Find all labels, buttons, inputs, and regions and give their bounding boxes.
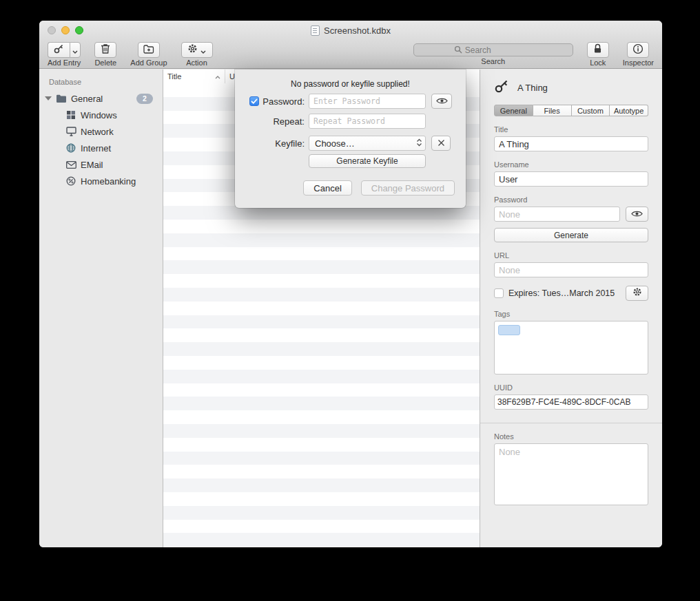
tab-autotype[interactable]: Autotype bbox=[610, 105, 648, 116]
lock-item: Lock bbox=[587, 42, 609, 67]
inspector-label: Inspector bbox=[623, 59, 654, 67]
title-field-label: Title bbox=[494, 125, 648, 134]
monitor-icon bbox=[65, 127, 76, 136]
eye-icon bbox=[631, 208, 643, 220]
tag-chip[interactable] bbox=[498, 325, 520, 335]
sidebar-item-internet[interactable]: Internet bbox=[39, 140, 163, 156]
action-label: Action bbox=[186, 59, 207, 67]
sidebar-item-email[interactable]: EMail bbox=[39, 156, 163, 173]
minimize-button[interactable] bbox=[61, 26, 70, 34]
entry-count-badge: 2 bbox=[136, 94, 153, 104]
add-entry-button[interactable] bbox=[48, 42, 70, 58]
tab-custom[interactable]: Custom bbox=[572, 105, 610, 116]
delete-item: Delete bbox=[94, 42, 116, 67]
tab-files[interactable]: Files bbox=[533, 105, 572, 116]
reveal-password-button[interactable] bbox=[626, 207, 648, 222]
sidebar-item-label: Windows bbox=[81, 110, 117, 120]
chevron-down-icon bbox=[72, 44, 78, 56]
search-item: Search bbox=[413, 42, 573, 65]
sidebar-item-network[interactable]: Network bbox=[39, 123, 163, 140]
action-button[interactable] bbox=[181, 42, 213, 58]
add-group-button[interactable] bbox=[138, 42, 160, 58]
window-grid-icon bbox=[65, 110, 76, 120]
expires-checkbox[interactable] bbox=[494, 288, 504, 298]
keyfile-popup[interactable]: Choose… bbox=[309, 136, 426, 151]
folder-icon bbox=[56, 94, 67, 103]
column-label: Title bbox=[167, 72, 181, 81]
gear-icon bbox=[632, 287, 642, 299]
expires-row: Expires: Tues…March 2015 bbox=[494, 286, 648, 301]
cancel-button[interactable]: Cancel bbox=[303, 180, 351, 196]
desktop: Screenshot.kdbx Ad bbox=[0, 0, 700, 601]
close-button[interactable] bbox=[48, 26, 56, 34]
sidebar-item-label: General bbox=[71, 94, 103, 104]
key-icon bbox=[494, 78, 509, 96]
sidebar-item-label: EMail bbox=[81, 160, 103, 170]
up-down-chevrons-icon bbox=[416, 138, 422, 149]
sidebar: Database General 2 Windows bbox=[39, 70, 163, 547]
change-password-button[interactable]: Change Password bbox=[361, 180, 455, 196]
sidebar-section-header: Database bbox=[39, 76, 163, 90]
notes-field[interactable] bbox=[494, 443, 648, 505]
uuid-field[interactable] bbox=[494, 394, 648, 410]
eye-icon bbox=[436, 95, 448, 107]
sidebar-item-label: Homebanking bbox=[81, 176, 136, 187]
generate-keyfile-button[interactable]: Generate Keyfile bbox=[309, 154, 426, 168]
keyfile-row: Keyfile: Choose… bbox=[246, 136, 455, 151]
keyfile-popup-value: Choose… bbox=[315, 138, 416, 149]
delete-label: Delete bbox=[94, 59, 116, 67]
tags-field[interactable] bbox=[494, 321, 648, 375]
entry-title: A Thing bbox=[517, 83, 548, 93]
generate-password-button[interactable]: Generate bbox=[494, 228, 648, 242]
lock-icon bbox=[593, 43, 602, 56]
username-field[interactable] bbox=[494, 171, 648, 187]
add-group-item: Add Group bbox=[130, 42, 167, 67]
url-field-label: URL bbox=[494, 251, 648, 260]
reveal-password-button[interactable] bbox=[431, 94, 452, 109]
inspector-divider bbox=[480, 423, 662, 423]
username-field-label: Username bbox=[494, 160, 648, 169]
chevron-down-icon bbox=[200, 44, 206, 56]
inspector-tabs: General Files Custom Autotype bbox=[494, 105, 648, 116]
keyfile-label: Keyfile: bbox=[275, 138, 305, 149]
delete-button[interactable] bbox=[94, 42, 116, 58]
folder-plus-icon bbox=[143, 44, 154, 56]
lock-button[interactable] bbox=[587, 42, 609, 58]
window-title-group: Screenshot.kdbx bbox=[311, 25, 391, 36]
password-field[interactable] bbox=[494, 207, 620, 222]
repeat-password-input[interactable] bbox=[309, 114, 426, 129]
tab-general[interactable]: General bbox=[494, 105, 533, 116]
search-label: Search bbox=[481, 57, 505, 65]
add-entry-icon bbox=[53, 43, 65, 57]
title-field[interactable] bbox=[494, 136, 648, 151]
column-header-title[interactable]: Title bbox=[163, 70, 225, 83]
search-field[interactable] bbox=[413, 43, 573, 56]
entry-header: A Thing bbox=[494, 70, 648, 96]
sidebar-item-general[interactable]: General 2 bbox=[39, 90, 163, 107]
window-title: Screenshot.kdbx bbox=[324, 25, 391, 36]
percent-coin-icon bbox=[65, 176, 76, 186]
add-entry-item: Add Entry bbox=[48, 42, 81, 67]
enter-password-input[interactable] bbox=[309, 94, 426, 109]
add-group-label: Add Group bbox=[130, 59, 167, 67]
password-checkbox[interactable] bbox=[249, 96, 259, 106]
repeat-row: Repeat: bbox=[246, 114, 455, 129]
lock-label: Lock bbox=[590, 59, 606, 67]
disclosure-triangle-icon[interactable] bbox=[45, 96, 52, 101]
sidebar-item-windows[interactable]: Windows bbox=[39, 107, 163, 123]
expires-settings-button[interactable] bbox=[626, 286, 648, 301]
zoom-button[interactable] bbox=[75, 26, 83, 34]
search-icon bbox=[414, 44, 462, 56]
sidebar-item-homebanking[interactable]: Homebanking bbox=[39, 173, 163, 189]
search-input[interactable] bbox=[462, 45, 575, 55]
inspector-item: Inspector bbox=[623, 42, 654, 67]
url-field[interactable] bbox=[494, 262, 648, 277]
globe-icon bbox=[65, 143, 76, 153]
clear-keyfile-button[interactable] bbox=[431, 136, 451, 151]
add-entry-dropdown-button[interactable] bbox=[70, 42, 81, 58]
titlebar[interactable]: Screenshot.kdbx bbox=[39, 21, 662, 40]
password-row: Password: bbox=[246, 94, 455, 109]
change-password-sheet: No password or keyfile supplied! Passwor… bbox=[235, 70, 466, 208]
inspector-button[interactable] bbox=[627, 42, 649, 58]
envelope-icon bbox=[65, 161, 76, 169]
